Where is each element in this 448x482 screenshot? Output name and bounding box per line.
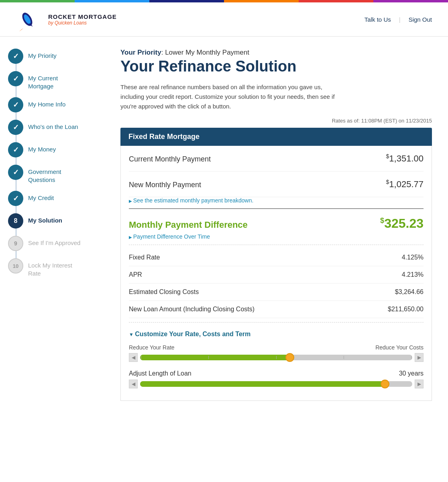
sidebar-item-government[interactable]: ✓ GovernmentQuestions [8,165,104,184]
sidebar-item-loan[interactable]: ✓ Who's on the Loan [8,120,104,135]
card-body: Current Monthly Payment $1,351.00 New Mo… [120,146,432,401]
step-icon-6: ✓ [8,165,23,180]
sidebar-item-approved[interactable]: 9 See If I'm Approved [8,236,104,251]
priority-label-bold: Your Priority [120,49,161,56]
divider [129,208,424,209]
sidebar-label-3: My Home Info [28,97,65,108]
fixed-rate-label: Fixed Rate [129,254,160,261]
talk-to-us-link[interactable]: Talk to Us [365,16,391,23]
closing-costs-row: Estimated Closing Costs $3,264.66 [129,284,424,301]
slider2-right-arrow[interactable]: ▶ [415,380,424,388]
logo-icon [12,7,48,31]
sidebar-label-5: My Money [28,142,56,153]
sidebar-item-mortgage[interactable]: ✓ My CurrentMortgage [8,71,104,90]
header: ROCKET MORTGAGE by Quicken Loans Talk to… [0,2,448,37]
difference-row: Monthly Payment Difference $325.23 [129,212,424,233]
step-icon-7: ✓ [8,191,23,206]
slider1-track[interactable] [140,355,412,360]
content-area: Your Priority: Lower My Monthly Payment … [112,45,448,409]
slider1-labels: Reduce Your Rate Reduce Your Costs [129,344,424,351]
slider1-thumb[interactable] [285,353,294,362]
color-bar [0,0,448,2]
breakdown-link[interactable]: See the estimated monthly payment breakd… [129,197,424,204]
sidebar: ✓ My Priority ✓ My CurrentMortgage ✓ My … [0,45,112,409]
fixed-rate-value: 4.125% [402,254,424,261]
sidebar-label-4: Who's on the Loan [28,120,78,131]
new-payment-row: New Monthly Payment $1,025.77 [129,172,424,197]
step-icon-3: ✓ [8,97,23,112]
reduce-costs-label: Reduce Your Costs [375,344,424,351]
svg-marker-2 [18,29,22,31]
card-header: Fixed Rate Mortgage [120,128,432,146]
sidebar-label-1: My Priority [28,49,57,60]
current-payment-row: Current Monthly Payment $1,351.00 [129,146,424,172]
sidebar-label-6: GovernmentQuestions [28,165,61,184]
step-icon-2: ✓ [8,71,23,86]
description-text: These are real refinance numbers based o… [120,82,345,111]
step-icon-1: ✓ [8,49,23,64]
new-payment-value: $1,025.77 [386,179,424,190]
sidebar-item-priority[interactable]: ✓ My Priority [8,49,104,64]
new-payment-label: New Monthly Payment [129,181,201,189]
logo: ROCKET MORTGAGE by Quicken Loans [12,7,117,31]
sidebar-label-2: My CurrentMortgage [28,71,58,90]
step-icon-4: ✓ [8,120,23,135]
step-icon-8: 8 [8,213,23,229]
slider1-fill [140,355,290,360]
dashed-divider-2 [129,322,424,323]
sidebar-item-money[interactable]: ✓ My Money [8,142,104,157]
logo-line2: by Quicken Loans [48,20,117,26]
slider2-left-arrow[interactable]: ◀ [129,380,138,388]
sidebar-item-credit[interactable]: ✓ My Credit [8,191,104,206]
slider2-thumb[interactable] [381,380,389,388]
payment-difference-link[interactable]: Payment Difference Over Time [129,233,424,240]
slider2-track[interactable] [140,381,412,387]
header-nav: Talk to Us | Sign Out [365,16,432,23]
adjust-loan-value: 30 years [399,370,424,377]
closing-costs-value: $3,264.66 [395,288,424,296]
new-loan-value: $211,650.00 [388,306,424,313]
current-payment-label: Current Monthly Payment [129,155,211,163]
slider2-container: ◀ ▶ [129,380,424,388]
sidebar-label-9: See If I'm Approved [28,236,80,247]
step-icon-5: ✓ [8,142,23,157]
apr-row: APR 4.213% [129,266,424,284]
main-layout: ✓ My Priority ✓ My CurrentMortgage ✓ My … [0,37,448,417]
logo-line1: ROCKET MORTGAGE [48,13,117,20]
apr-label: APR [129,271,142,278]
dashed-divider-1 [129,245,424,245]
new-loan-row: New Loan Amount (Including Closing Costs… [129,301,424,318]
sidebar-label-8: My Solution [28,213,62,225]
sidebar-item-lock-rate[interactable]: 10 Lock My InterestRate [8,258,104,277]
customize-section: Customize Your Rate, Costs and Term Redu… [129,327,424,400]
solution-title: Your Refinance Solution [120,58,432,75]
rates-timestamp: Rates as of: 11:08PM (EST) on 11/23/2015 [120,118,432,124]
reduce-rate-label: Reduce Your Rate [129,344,175,351]
adjust-loan-label: Adjust Length of Loan [129,370,191,377]
sign-out-link[interactable]: Sign Out [409,16,432,23]
closing-costs-label: Estimated Closing Costs [129,288,199,296]
sidebar-item-solution[interactable]: 8 My Solution [8,213,104,229]
apr-value: 4.213% [402,271,424,278]
difference-label: Monthly Payment Difference [129,220,248,230]
nav-divider: | [399,16,401,23]
slider1-container: ◀ [129,353,424,362]
mortgage-card: Fixed Rate Mortgage Current Monthly Paym… [120,128,432,401]
step-icon-10: 10 [8,258,23,274]
adjust-loan-row: Adjust Length of Loan 30 years [129,370,424,377]
slider1-left-arrow[interactable]: ◀ [129,353,138,362]
step-icon-9: 9 [8,236,23,251]
customize-toggle[interactable]: Customize Your Rate, Costs and Term [129,331,424,338]
slider2-fill [140,381,385,387]
sidebar-item-home-info[interactable]: ✓ My Home Info [8,97,104,112]
difference-value: $325.23 [380,216,424,231]
sidebar-label-10: Lock My InterestRate [28,258,72,277]
current-payment-value: $1,351.00 [386,153,424,164]
slider1-right-arrow[interactable]: ▶ [415,353,424,362]
new-loan-label: New Loan Amount (Including Closing Costs… [129,306,255,313]
priority-line: Your Priority: Lower My Monthly Payment [120,49,432,57]
fixed-rate-row: Fixed Rate 4.125% [129,249,424,266]
sidebar-label-7: My Credit [28,191,54,202]
priority-value: Lower My Monthly Payment [165,49,249,56]
